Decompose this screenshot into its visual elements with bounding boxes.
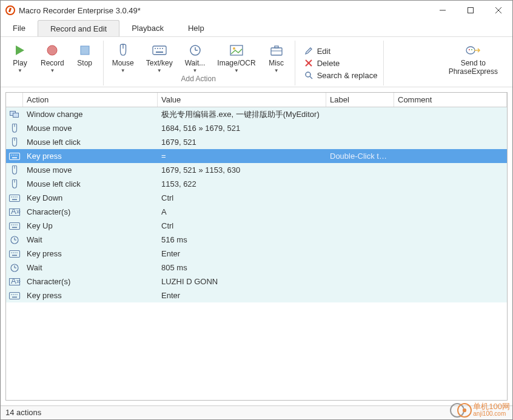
grid-body[interactable]: Window change极光专用编辑器.exe, 一键排版助手(MyEdito… bbox=[6, 107, 507, 400]
image-icon bbox=[230, 43, 243, 58]
svg-rect-18 bbox=[271, 48, 282, 55]
table-row[interactable]: Key pressEnter bbox=[6, 288, 507, 302]
table-row[interactable]: Key DownCtrl bbox=[6, 191, 507, 205]
svg-rect-44 bbox=[10, 222, 20, 229]
row-icon bbox=[6, 138, 23, 147]
table-row[interactable]: A»Character(s)LUZHI D GONN bbox=[6, 275, 507, 288]
row-action: Character(s) bbox=[23, 207, 158, 216]
row-value: 1679, 521 bbox=[158, 138, 326, 147]
row-action: Key press bbox=[23, 152, 158, 161]
action-grid: Action Value Label Comment Window change… bbox=[5, 92, 508, 401]
window-title: Macro Recorder Enterprise 3.0.49* bbox=[19, 6, 429, 15]
row-icon bbox=[6, 195, 23, 202]
delete-button[interactable]: Delete bbox=[304, 58, 378, 68]
mouse-icon bbox=[118, 43, 129, 58]
svg-point-25 bbox=[466, 47, 475, 54]
svg-text:A»: A» bbox=[11, 208, 21, 216]
table-row[interactable]: Wait516 ms bbox=[6, 233, 507, 247]
menu-playback[interactable]: Playback bbox=[119, 20, 176, 36]
row-icon bbox=[6, 165, 23, 175]
search-replace-button[interactable]: Search & replace bbox=[304, 70, 378, 80]
table-row[interactable]: Mouse left click1679, 521 bbox=[6, 135, 507, 149]
svg-point-26 bbox=[469, 49, 470, 50]
delete-icon bbox=[304, 58, 314, 68]
row-value: 516 ms bbox=[158, 235, 326, 244]
header-action[interactable]: Action bbox=[23, 93, 158, 107]
svg-point-8 bbox=[155, 48, 156, 49]
title-bar: Macro Recorder Enterprise 3.0.49* bbox=[1, 1, 512, 20]
row-action: Mouse move bbox=[23, 124, 158, 133]
row-action: Mouse left click bbox=[23, 179, 158, 188]
row-value: Enter bbox=[158, 249, 326, 258]
table-row[interactable]: Key press=Double-Click to add bbox=[6, 149, 507, 163]
add-action-group: Mouse ▼ Text/key ▼ Wait... ▼ Image/OCR ▼… bbox=[106, 41, 295, 85]
svg-point-55 bbox=[13, 252, 14, 253]
menu-bar: File Record and Edit Playback Help bbox=[1, 20, 512, 37]
textkey-button[interactable]: Text/key ▼ bbox=[140, 41, 179, 75]
svg-point-45 bbox=[11, 224, 12, 225]
imageocr-button[interactable]: Image/OCR ▼ bbox=[211, 41, 261, 75]
row-action: Mouse move bbox=[23, 165, 158, 175]
svg-rect-41 bbox=[12, 199, 17, 200]
wait-button[interactable]: Wait... ▼ bbox=[179, 41, 212, 75]
table-row[interactable]: Window change极光专用编辑器.exe, 一键排版助手(MyEdito… bbox=[6, 107, 507, 121]
svg-rect-6 bbox=[81, 46, 89, 55]
row-value: = bbox=[158, 152, 326, 161]
menu-help[interactable]: Help bbox=[176, 20, 216, 36]
header-value[interactable]: Value bbox=[158, 93, 326, 107]
svg-point-33 bbox=[15, 155, 16, 156]
status-bar: 14 actions bbox=[1, 405, 512, 419]
row-action: Key Up bbox=[23, 221, 158, 230]
svg-rect-36 bbox=[10, 195, 20, 201]
content-area: Action Value Label Comment Window change… bbox=[1, 87, 512, 405]
search-icon bbox=[304, 70, 314, 80]
briefcase-icon bbox=[270, 43, 283, 58]
sendto-group: Send to PhraseExpress bbox=[443, 41, 508, 85]
send-to-phraseexpress-button[interactable]: Send to PhraseExpress bbox=[443, 41, 504, 85]
row-value: 极光专用编辑器.exe, 一键排版助手(MyEditor) bbox=[158, 109, 326, 120]
svg-point-48 bbox=[16, 224, 18, 225]
svg-rect-58 bbox=[12, 255, 17, 256]
table-row[interactable]: Wait805 ms bbox=[6, 261, 507, 275]
table-row[interactable]: Key pressEnter bbox=[6, 247, 507, 261]
close-button[interactable] bbox=[485, 1, 512, 20]
svg-point-65 bbox=[11, 294, 12, 295]
table-row[interactable]: A»Character(s)A bbox=[6, 205, 507, 219]
svg-point-17 bbox=[233, 47, 235, 50]
clock-icon bbox=[189, 43, 201, 58]
svg-rect-1 bbox=[468, 8, 474, 13]
svg-rect-12 bbox=[156, 52, 163, 53]
minimize-button[interactable] bbox=[429, 1, 457, 20]
maximize-button[interactable] bbox=[457, 1, 485, 20]
svg-point-23 bbox=[306, 72, 310, 77]
row-icon bbox=[6, 236, 23, 244]
svg-point-27 bbox=[471, 49, 472, 50]
svg-point-5 bbox=[47, 45, 57, 55]
menu-record-edit[interactable]: Record and Edit bbox=[38, 20, 119, 36]
edit-button[interactable]: Edit bbox=[304, 46, 378, 56]
svg-rect-49 bbox=[12, 227, 17, 228]
row-icon bbox=[6, 250, 23, 258]
header-comment[interactable]: Comment bbox=[394, 93, 507, 107]
svg-point-40 bbox=[16, 196, 18, 198]
table-row[interactable]: Mouse left click1153, 622 bbox=[6, 177, 507, 191]
svg-point-46 bbox=[13, 224, 14, 225]
svg-rect-19 bbox=[275, 46, 278, 48]
row-icon: A» bbox=[6, 208, 23, 216]
row-icon bbox=[6, 222, 23, 230]
misc-button[interactable]: Misc ▼ bbox=[262, 41, 291, 75]
play-button[interactable]: Play ▼ bbox=[5, 41, 35, 85]
keyboard-icon bbox=[152, 43, 167, 58]
table-row[interactable]: Mouse move1679, 521 » 1153, 630 bbox=[6, 163, 507, 177]
menu-file[interactable]: File bbox=[1, 20, 38, 36]
table-row[interactable]: Mouse move1684, 516 » 1679, 521 bbox=[6, 121, 507, 135]
header-icon[interactable] bbox=[6, 93, 23, 107]
header-label[interactable]: Label bbox=[326, 93, 394, 107]
stop-button[interactable]: Stop bbox=[70, 41, 99, 85]
record-button[interactable]: Record ▼ bbox=[35, 41, 70, 85]
row-value: 1679, 521 » 1153, 630 bbox=[158, 165, 326, 175]
row-action: Key Down bbox=[23, 193, 158, 202]
svg-point-31 bbox=[11, 155, 12, 156]
table-row[interactable]: Key UpCtrl bbox=[6, 219, 507, 233]
mouse-button[interactable]: Mouse ▼ bbox=[106, 41, 140, 75]
